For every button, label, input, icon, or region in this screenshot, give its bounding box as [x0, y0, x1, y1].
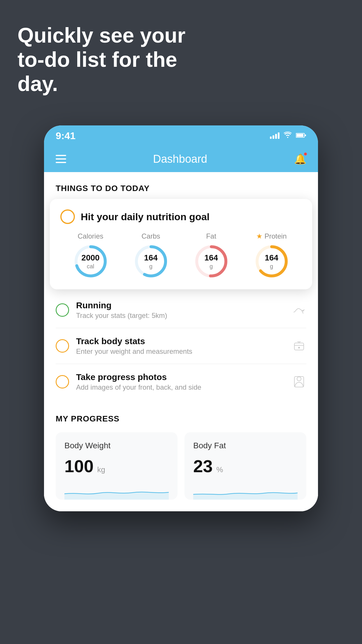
nutrition-card-title: Hit your daily nutrition goal [81, 211, 210, 223]
hamburger-menu[interactable] [56, 155, 66, 163]
bell-icon[interactable]: 🔔 [294, 153, 306, 165]
body-fat-value-container: 23 % [193, 456, 298, 476]
todo-body-stats[interactable]: Track body stats Enter your weight and m… [56, 328, 306, 364]
hero-text: Quickly see your to-do list for the day. [17, 23, 192, 96]
svg-point-12 [298, 347, 300, 349]
status-time: 9:41 [56, 130, 75, 141]
running-title: Running [76, 300, 285, 310]
body-weight-card[interactable]: Body Weight 100 kg [56, 432, 178, 500]
calories-ring: 2000 cal [73, 244, 108, 279]
nutrition-carbs: Carbs 164 g [133, 232, 168, 279]
svg-rect-11 [294, 343, 304, 350]
protein-unit: g [265, 263, 278, 270]
running-circle [56, 303, 69, 317]
body-fat-title: Body Fat [193, 441, 298, 450]
svg-rect-1 [296, 134, 303, 137]
protein-ring: 164 g [254, 244, 289, 279]
card-header: Hit your daily nutrition goal [60, 209, 302, 224]
running-icon [292, 303, 306, 317]
nutrition-check-circle [60, 209, 75, 224]
todo-photos[interactable]: Take progress photos Add images of your … [56, 364, 306, 400]
progress-cards: Body Weight 100 kg Body Fat [56, 432, 306, 500]
body-stats-subtitle: Enter your weight and measurements [76, 347, 285, 356]
body-weight-value-container: 100 kg [64, 456, 169, 476]
body-fat-wave [193, 482, 298, 500]
fat-label: Fat [206, 232, 216, 240]
todo-running[interactable]: Running Track your stats (target: 5km) [56, 292, 306, 328]
svg-rect-14 [294, 377, 304, 387]
running-subtitle: Track your stats (target: 5km) [76, 312, 285, 320]
things-to-do-title: THINGS TO DO TODAY [44, 184, 318, 199]
photos-subtitle: Add images of your front, back, and side [76, 383, 285, 391]
protein-value: 164 [265, 253, 278, 263]
svg-rect-2 [305, 134, 306, 136]
calories-label: Calories [78, 232, 103, 240]
body-weight-title: Body Weight [64, 441, 169, 450]
body-fat-number: 23 [193, 456, 213, 476]
photos-text: Take progress photos Add images of your … [76, 372, 285, 391]
fat-unit: g [204, 263, 218, 270]
nutrition-circles: Calories 2000 cal Carbs [60, 232, 302, 279]
header-title: Dashboard [153, 153, 207, 165]
fat-ring: 164 g [194, 244, 229, 279]
notification-dot [303, 152, 307, 156]
calories-unit: cal [81, 263, 99, 270]
phone-mockup: 9:41 [44, 125, 318, 511]
running-text: Running Track your stats (target: 5km) [76, 300, 285, 320]
carbs-ring: 164 g [133, 244, 168, 279]
star-icon: ★ [256, 232, 263, 240]
person-icon [292, 374, 306, 389]
calories-value: 2000 [81, 253, 99, 263]
body-stats-text: Track body stats Enter your weight and m… [76, 336, 285, 356]
todo-list: Running Track your stats (target: 5km) [44, 292, 318, 400]
body-fat-card[interactable]: Body Fat 23 % [184, 432, 306, 500]
content-area: THINGS TO DO TODAY Hit your daily nutrit… [44, 172, 318, 511]
body-stats-title: Track body stats [76, 336, 285, 346]
fat-value: 164 [204, 253, 218, 263]
svg-point-13 [297, 377, 301, 381]
body-weight-number: 100 [64, 456, 94, 476]
todo-background: Running Track your stats (target: 5km) [44, 289, 318, 400]
carbs-label: Carbs [141, 232, 160, 240]
nutrition-card[interactable]: Hit your daily nutrition goal Calories 2… [50, 199, 312, 289]
body-weight-wave [64, 482, 169, 500]
body-weight-unit: kg [97, 465, 105, 474]
progress-section: MY PROGRESS Body Weight 100 kg [44, 400, 318, 500]
status-bar: 9:41 [44, 125, 318, 146]
carbs-value: 164 [144, 253, 158, 263]
status-icons [270, 132, 306, 140]
progress-title: MY PROGRESS [56, 414, 306, 424]
body-stats-circle [56, 339, 69, 353]
body-fat-unit: % [216, 465, 223, 474]
battery-icon [296, 132, 306, 140]
protein-label: ★ Protein [256, 232, 287, 240]
wifi-icon [284, 132, 292, 140]
nutrition-fat: Fat 164 g [194, 232, 229, 279]
scale-icon [292, 339, 306, 353]
signal-icon [270, 132, 280, 139]
nutrition-calories: Calories 2000 cal [73, 232, 108, 279]
bottom-spacer [44, 500, 318, 511]
app-header: Dashboard 🔔 [44, 146, 318, 172]
carbs-unit: g [144, 263, 158, 270]
photos-circle [56, 375, 69, 388]
photos-title: Take progress photos [76, 372, 285, 382]
nutrition-protein: ★ Protein 164 g [254, 232, 289, 279]
